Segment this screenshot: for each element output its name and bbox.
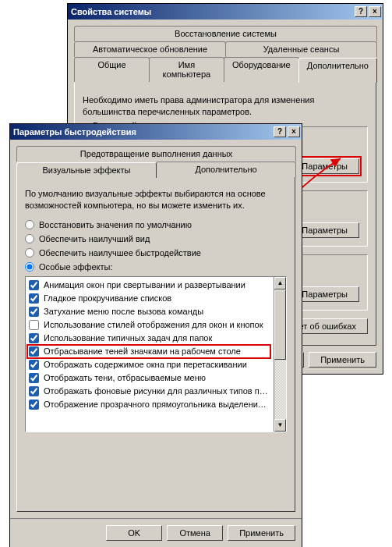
description-text: По умолчанию визуальные эффекты выбирают…: [25, 188, 287, 212]
titlebar[interactable]: Свойства системы ? ×: [68, 4, 383, 20]
radio-input[interactable]: [25, 262, 34, 272]
check-label: Отображение прозрачного прямоугольника в…: [44, 400, 267, 409]
checkbox-input[interactable]: [29, 400, 39, 410]
tab-hardware[interactable]: Оборудование: [224, 57, 299, 82]
close-icon[interactable]: ×: [288, 126, 300, 137]
titlebar[interactable]: Параметры быстродействия ? ×: [10, 124, 302, 140]
check-label: Анимация окон при свертывании и разверты…: [44, 280, 245, 289]
scroll-thumb[interactable]: [274, 289, 286, 360]
checkbox-input[interactable]: [29, 360, 39, 370]
apply-button[interactable]: Применить: [228, 525, 295, 541]
tab-row: Восстановление системы: [74, 26, 376, 41]
tab-dep[interactable]: Предотвращение выполнения данных: [16, 146, 296, 162]
checkbox-input[interactable]: [29, 346, 39, 357]
effects-checklist[interactable]: Анимация окон при свертывании и разверты…: [25, 276, 287, 432]
checkbox-input[interactable]: [29, 293, 39, 304]
scroll-down-icon[interactable]: ▼: [274, 419, 286, 432]
radio-option[interactable]: Обеспечить наилучший вид: [25, 234, 287, 243]
check-item[interactable]: Анимация окон при свертывании и разверты…: [27, 279, 270, 292]
checkbox-input[interactable]: [29, 320, 39, 330]
check-item[interactable]: Использование стилей отображения для око…: [27, 318, 270, 332]
help-icon[interactable]: ?: [274, 126, 286, 137]
radio-option[interactable]: Обеспечить наилучшее быстродействие: [25, 248, 287, 258]
tab-auto-update[interactable]: Автоматическое обновление: [74, 41, 226, 57]
tab-remote[interactable]: Удаленные сеансы: [225, 41, 377, 57]
checkbox-input[interactable]: [29, 333, 39, 343]
radio-label: Особые эффекты:: [39, 262, 112, 272]
radio-input[interactable]: [25, 234, 34, 243]
radio-label: Обеспечить наилучший вид: [39, 234, 150, 243]
cancel-button[interactable]: Отмена: [167, 525, 223, 541]
close-icon[interactable]: ×: [369, 6, 381, 17]
tab-system-restore[interactable]: Восстановление системы: [74, 26, 377, 41]
radio-input[interactable]: [25, 248, 34, 258]
check-label: Отображать содержимое окна при перетаски…: [44, 360, 247, 369]
ok-button[interactable]: OK: [106, 525, 162, 541]
check-label: Затухание меню после вызова команды: [44, 307, 203, 316]
radio-option[interactable]: Особые эффекты:: [25, 262, 287, 272]
help-icon[interactable]: ?: [355, 6, 367, 17]
checkbox-input[interactable]: [29, 307, 39, 317]
check-label: Гладкое прокручивание списков: [44, 293, 171, 303]
check-item[interactable]: Гладкое прокручивание списков: [27, 292, 270, 305]
scrollbar[interactable]: ▲ ▼: [274, 277, 286, 432]
tab-advanced[interactable]: Дополнительно: [156, 162, 296, 177]
tab-general[interactable]: Общие: [74, 57, 150, 82]
window-title: Свойства системы: [71, 7, 151, 16]
radio-input[interactable]: [25, 220, 34, 229]
apply-button[interactable]: Применить: [309, 352, 376, 368]
intro-text: Необходимо иметь права администратора дл…: [83, 94, 368, 119]
check-item[interactable]: Отображать фоновые рисунки для различных…: [27, 385, 270, 398]
check-item[interactable]: Отображать содержимое окна при перетаски…: [27, 358, 270, 371]
scroll-up-icon[interactable]: ▲: [274, 277, 286, 289]
check-item[interactable]: Использование типичных задач для папок: [27, 332, 270, 345]
check-item[interactable]: Затухание меню после вызова команды: [27, 305, 270, 318]
check-label: Использование стилей отображения для око…: [44, 320, 263, 329]
tab-visual-effects[interactable]: Визуальные эффекты: [16, 162, 157, 178]
check-label: Использование типичных задач для папок: [44, 333, 212, 343]
radio-label: Восстановить значения по умолчанию: [39, 220, 192, 229]
tab-advanced[interactable]: Дополнительно: [298, 58, 377, 83]
window-title: Параметры быстродействия: [13, 127, 136, 137]
performance-options-window: Параметры быстродействия ? × Предотвраще…: [9, 123, 302, 547]
radio-label: Обеспечить наилучшее быстродействие: [39, 248, 201, 258]
checkbox-input[interactable]: [29, 373, 39, 383]
radio-option[interactable]: Восстановить значения по умолчанию: [25, 220, 287, 229]
tab-computer-name[interactable]: Имя компьютера: [149, 57, 224, 82]
check-label: Отображать тени, отбрасываемые меню: [44, 373, 206, 382]
check-label: Отображать фоновые рисунки для различных…: [44, 386, 268, 396]
check-item[interactable]: Отбрасывание теней значками на рабочем с…: [27, 345, 270, 358]
checkbox-input[interactable]: [29, 386, 39, 396]
check-label: Отбрасывание теней значками на рабочем с…: [44, 346, 241, 356]
tab-panel-visual-effects: По умолчанию визуальные эффекты выбирают…: [16, 176, 295, 512]
checkbox-input[interactable]: [29, 280, 39, 290]
check-item[interactable]: Отображать тени, отбрасываемые меню: [27, 371, 270, 385]
check-item[interactable]: Отображение прозрачного прямоугольника в…: [27, 398, 270, 411]
